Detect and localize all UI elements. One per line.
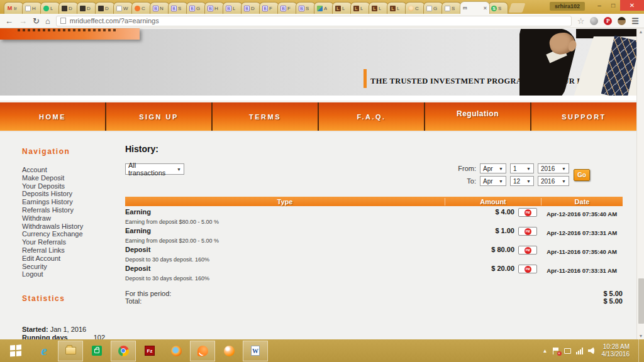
browser-tab[interactable]: D bbox=[95, 2, 115, 14]
browser-tab[interactable]: C bbox=[405, 2, 425, 14]
chrome-menu-icon[interactable]: ☰ bbox=[631, 16, 639, 26]
start-button[interactable] bbox=[1, 341, 30, 361]
from-day-select[interactable]: 1▼ bbox=[510, 163, 534, 173]
menu-item-f-a-q[interactable]: F.A.Q. bbox=[319, 102, 425, 131]
browser-tab[interactable]: D bbox=[77, 2, 97, 14]
taskbar-app-windows-store[interactable] bbox=[84, 341, 109, 361]
browser-tab[interactable]: A bbox=[314, 2, 334, 14]
browser-tab[interactable]: D bbox=[58, 2, 79, 14]
taskbar-app-file-explorer[interactable] bbox=[58, 341, 83, 361]
menu-item-regulation[interactable]: Regulation bbox=[425, 102, 531, 131]
network-signal-icon[interactable] bbox=[576, 348, 583, 354]
browser-tab[interactable]: LL bbox=[350, 2, 370, 14]
transaction-type-select[interactable]: All transactions▼ bbox=[125, 163, 184, 175]
browser-tab[interactable]: BF bbox=[259, 2, 279, 14]
taskbar-app-google-chrome[interactable] bbox=[111, 341, 136, 361]
reload-icon[interactable]: ↻ bbox=[33, 17, 40, 25]
browser-tab[interactable]: BG bbox=[186, 2, 206, 14]
period-label: For this period: bbox=[125, 290, 171, 297]
from-month-select[interactable]: Apr▼ bbox=[480, 163, 506, 173]
browser-tab[interactable]: G bbox=[423, 2, 443, 14]
to-month-select[interactable]: Apr▼ bbox=[480, 176, 506, 186]
sidebar-item-make-deposit[interactable]: Make Deposit bbox=[22, 174, 126, 182]
menu-item-home[interactable]: HOME bbox=[0, 102, 106, 131]
profile-badge[interactable]: srhira102 bbox=[550, 2, 585, 11]
taskbar-clock[interactable]: 10:28 AM 4/13/2016 bbox=[602, 343, 630, 359]
show-desktop-button[interactable] bbox=[638, 339, 641, 362]
pinterest-extension-icon[interactable]: P bbox=[604, 17, 612, 25]
sidebar-item-referrals-history[interactable]: Referrals History bbox=[22, 206, 126, 214]
window-controls: – □ ✕ bbox=[592, 0, 644, 11]
page-scrollbar[interactable]: ▲ ▼ bbox=[636, 28, 644, 339]
taskbar-app-uc-browser[interactable] bbox=[190, 341, 215, 361]
menu-item-terms[interactable]: TERMS bbox=[213, 102, 319, 131]
taskbar-app-ms-word[interactable]: W bbox=[243, 341, 268, 361]
payment-method-badge[interactable]: PM bbox=[518, 208, 537, 217]
sidebar-item-security[interactable]: Security bbox=[22, 263, 126, 271]
go-button[interactable]: Go bbox=[574, 169, 590, 181]
browser-tab[interactable]: LL bbox=[387, 2, 407, 14]
sidebar-item-edit-account[interactable]: Edit Account bbox=[22, 255, 126, 263]
pc-status-icon[interactable] bbox=[564, 348, 571, 354]
close-button[interactable]: ✕ bbox=[620, 0, 644, 11]
taskbar-app-firefox[interactable] bbox=[164, 341, 189, 361]
sidebar-item-your-deposits[interactable]: Your Deposits bbox=[22, 182, 126, 190]
tab-close-icon[interactable]: × bbox=[484, 5, 487, 11]
tray-expand-icon[interactable]: ▲ bbox=[543, 348, 548, 354]
browser-tab[interactable]: L bbox=[40, 2, 60, 14]
payment-method-badge[interactable]: PM bbox=[518, 265, 537, 273]
sidebar-item-deposits-history[interactable]: Deposits History bbox=[22, 190, 126, 198]
browser-tab[interactable]: MIr bbox=[4, 2, 24, 14]
payment-method-badge[interactable]: PM bbox=[518, 227, 537, 236]
avatar-extension-icon[interactable] bbox=[618, 17, 626, 25]
browser-tab[interactable]: BH bbox=[204, 2, 225, 14]
browser-tab[interactable]: BN bbox=[150, 2, 170, 14]
scroll-down-icon[interactable]: ▼ bbox=[637, 334, 644, 338]
taskbar-app-filezilla[interactable]: Fz bbox=[137, 341, 162, 361]
extension-globe-icon[interactable] bbox=[590, 17, 598, 25]
sidebar-item-your-referrals[interactable]: Your Referrals bbox=[22, 238, 126, 246]
to-year-select[interactable]: 2016▼ bbox=[538, 176, 569, 186]
sidebar-item-withdrawals-history[interactable]: Withdrawals History bbox=[22, 222, 126, 231]
sidebar-item-logout[interactable]: Logout bbox=[22, 270, 126, 278]
to-day-select[interactable]: 12▼ bbox=[510, 176, 534, 186]
back-icon[interactable]: ← bbox=[5, 17, 13, 25]
maximize-button[interactable]: □ bbox=[606, 0, 620, 11]
url-text[interactable]: mridueffect.com/?a=earnings bbox=[70, 17, 159, 25]
taskbar-app-internet-explorer[interactable]: e bbox=[31, 341, 57, 361]
browser-tab[interactable]: W bbox=[113, 2, 133, 14]
home-icon[interactable]: ⌂ bbox=[45, 17, 50, 25]
taskbar-app-gom-player[interactable] bbox=[216, 341, 242, 361]
browser-tab[interactable]: BS bbox=[296, 2, 316, 14]
browser-tab-active[interactable]: m× bbox=[460, 1, 490, 14]
browser-tab[interactable]: BL bbox=[223, 2, 243, 14]
menu-item-sign-up[interactable]: SIGN UP bbox=[106, 102, 213, 131]
action-center-flag-icon[interactable] bbox=[553, 348, 559, 354]
payment-method-badge[interactable]: PM bbox=[518, 246, 537, 255]
scrollbar-thumb[interactable] bbox=[638, 278, 644, 324]
menu-item-support[interactable]: SUPPORT bbox=[531, 102, 636, 131]
address-bar[interactable]: mridueffect.com/?a=earnings bbox=[56, 16, 572, 26]
sidebar-item-withdraw[interactable]: Withdraw bbox=[22, 214, 126, 222]
browser-tab[interactable]: S bbox=[441, 2, 462, 14]
browser-tab[interactable]: BS bbox=[168, 2, 188, 14]
browser-tab[interactable]: LL bbox=[369, 2, 389, 14]
volume-icon[interactable] bbox=[588, 348, 594, 354]
new-tab-button[interactable] bbox=[509, 3, 526, 13]
bookmark-star-icon[interactable]: ☆ bbox=[577, 16, 585, 26]
browser-tab[interactable]: BF bbox=[277, 2, 297, 14]
sidebar-item-account[interactable]: Account bbox=[22, 166, 126, 174]
transaction-date: Apr-11-2016 07:33:31 AM bbox=[541, 263, 623, 282]
browser-tab[interactable]: SS bbox=[488, 2, 508, 14]
from-year-select[interactable]: 2016▼ bbox=[538, 163, 569, 173]
scroll-up-icon[interactable]: ▲ bbox=[637, 30, 644, 34]
browser-tab[interactable]: C bbox=[131, 2, 152, 14]
browser-tab[interactable]: BD bbox=[241, 2, 261, 14]
forward-icon[interactable]: → bbox=[19, 17, 27, 25]
sidebar-item-earnings-history[interactable]: Earnings History bbox=[22, 198, 126, 206]
sidebar-item-referral-links[interactable]: Referral Links bbox=[22, 246, 126, 255]
minimize-button[interactable]: – bbox=[592, 0, 606, 11]
browser-tab[interactable]: H bbox=[22, 2, 42, 14]
sidebar-item-currency-exchange[interactable]: Currency Exchange bbox=[22, 230, 126, 238]
browser-tab[interactable]: LL bbox=[332, 2, 352, 14]
